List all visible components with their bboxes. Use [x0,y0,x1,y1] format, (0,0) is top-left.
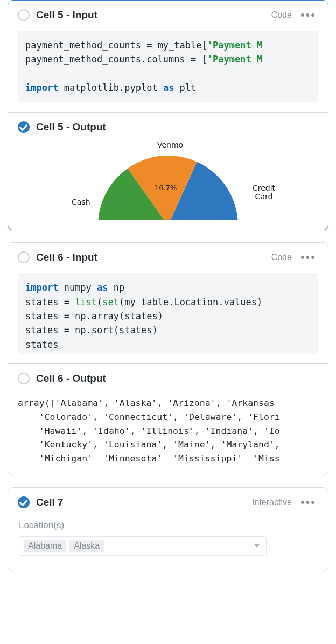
interactive-form: Location(s) Alabama Alaska [18,520,318,561]
locations-multiselect[interactable]: Alabama Alaska [19,536,267,556]
cell-6-input-header: Cell 6 - Input Code ••• [18,251,318,263]
chip[interactable]: Alabama [24,540,66,552]
cell-6: Cell 6 - Input Code ••• import numpy as … [8,242,328,475]
code-editor[interactable]: import numpy as np states = list(set(my_… [18,273,318,354]
cell-5: Cell 5 - Input Code ••• payment_method_c… [8,0,328,230]
cell-7-section: Cell 7 Interactive ••• Location(s) Alaba… [8,488,328,571]
cell-title: Cell 6 - Input [36,251,265,263]
cell-title: Cell 5 - Output [36,121,318,133]
pie-chart: Venmo Credit Card Cash 16.7% [52,139,284,220]
locations-label: Location(s) [19,520,318,531]
cell-5-output-section: Cell 5 - Output Venmo Credit Card Cash [8,112,328,230]
cell-title: Cell 7 [36,496,246,508]
more-menu-icon[interactable]: ••• [298,255,318,260]
cell-5-output-header: Cell 5 - Output [18,121,318,133]
chevron-down-icon [254,544,260,548]
check-circle-icon[interactable] [18,496,30,508]
cell-title: Cell 6 - Output [36,373,318,384]
chart-output: Venmo Credit Card Cash 16.7% [18,139,318,220]
cell-5-input-section: Cell 5 - Input Code ••• payment_method_c… [8,1,328,112]
pie-label-cash: Cash [72,198,90,206]
more-menu-icon[interactable]: ••• [298,12,318,18]
unchecked-circle-icon[interactable] [18,373,30,384]
cell-type-tag: Code [271,10,292,20]
unchecked-circle-icon[interactable] [18,9,30,21]
unchecked-circle-icon[interactable] [18,251,30,263]
cell-6-output-header: Cell 6 - Output [18,373,318,384]
cell-6-input-section: Cell 6 - Input Code ••• import numpy as … [8,243,328,363]
cell-5-input-header: Cell 5 - Input Code ••• [18,9,318,21]
pie-label-credit-card: Credit Card [244,184,284,201]
cell-7: Cell 7 Interactive ••• Location(s) Alaba… [8,487,328,571]
cell-6-output-section: Cell 6 - Output array(['Alabama', 'Alask… [8,363,328,475]
pie-label-venmo: Venmo [157,141,183,149]
more-menu-icon[interactable]: ••• [298,500,318,505]
pie-value-venmo: 16.7% [155,184,177,192]
cell-type-tag: Interactive [252,498,292,507]
text-output: array(['Alabama', 'Alaska', 'Arizona', '… [18,396,318,465]
code-editor[interactable]: payment_method_counts = my_table['Paymen… [18,31,318,102]
cell-7-header: Cell 7 Interactive ••• [18,496,318,508]
chip[interactable]: Alaska [69,540,104,552]
cell-title: Cell 5 - Input [36,9,265,21]
cell-type-tag: Code [271,253,292,262]
check-circle-icon[interactable] [18,121,30,133]
